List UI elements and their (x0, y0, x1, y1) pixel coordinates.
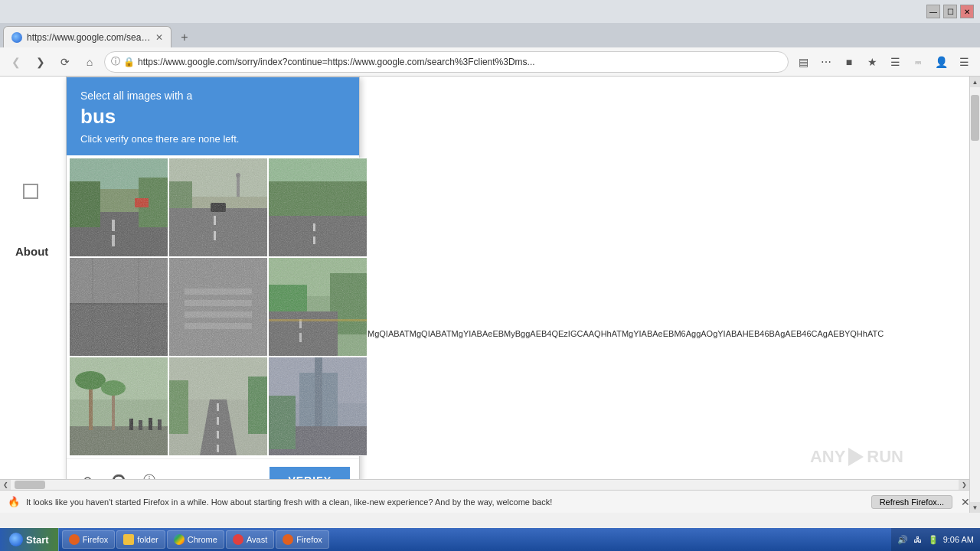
tray-speaker-icon[interactable]: 🔊 (897, 534, 908, 545)
lock-icon: 🔒 (123, 57, 135, 67)
svg-rect-76 (269, 357, 367, 455)
captcha-cell-6[interactable] (269, 258, 367, 356)
h-scroll-right-arrow[interactable]: ❯ (959, 480, 969, 491)
taskbar-item-3[interactable]: Chrome (167, 530, 224, 549)
taskbar-item-2[interactable]: folder (116, 530, 165, 549)
taskbar-item-1-icon (69, 534, 80, 545)
captcha-row-2 (69, 257, 357, 357)
status-bar-message: It looks like you haven't started Firefo… (26, 497, 865, 507)
pocket-icon[interactable]: ■ (839, 52, 859, 72)
close-button[interactable]: ✕ (960, 5, 974, 18)
h-scroll-thumb[interactable] (15, 481, 45, 489)
maximize-button[interactable]: ☐ (943, 5, 957, 18)
taskbar-item-2-icon (123, 534, 134, 545)
h-scroll-track[interactable] (11, 480, 959, 490)
v-scroll-track[interactable] (970, 87, 980, 502)
reader-view-icon[interactable]: ▤ (793, 52, 813, 72)
svg-rect-18 (169, 158, 267, 256)
captcha-modal: Select all images with a bus Click verif… (66, 77, 360, 503)
bookmark-icon[interactable]: ★ (862, 52, 882, 72)
captcha-cell-6-wrapper (268, 257, 368, 357)
home-button[interactable]: ⌂ (80, 52, 100, 72)
account-icon[interactable]: 👤 (931, 52, 951, 72)
v-scroll-up-arrow[interactable]: ▲ (970, 77, 981, 87)
captcha-cell-9[interactable] (269, 357, 367, 455)
tab-bar: https://www.google.com/search?... ✕ + (0, 23, 980, 47)
sidebar-checkbox[interactable] (23, 184, 38, 199)
captcha-prompt: Select all images with a (80, 90, 345, 102)
taskbar-items: Firefox folder Chrome Avast Firefox (59, 530, 891, 549)
svg-rect-8 (70, 158, 168, 256)
horizontal-scrollbar[interactable]: ❮ ❯ (0, 479, 969, 490)
svg-rect-38 (169, 258, 267, 356)
library-icon[interactable]: ☰ (885, 52, 905, 72)
captcha-cell-4[interactable] (70, 258, 168, 356)
captcha-row-1 (69, 158, 357, 257)
taskbar-item-3-label: Chrome (188, 535, 217, 544)
vertical-scrollbar[interactable]: ▲ ▼ (969, 77, 980, 513)
sidebar-about-label: About (15, 245, 48, 258)
address-text: https://www.google.com/sorry/index?conti… (138, 57, 782, 67)
svg-rect-59 (70, 357, 168, 455)
minimize-button[interactable]: — (926, 5, 940, 18)
title-bar: — ☐ ✕ (0, 0, 980, 23)
captcha-cell-9-wrapper (268, 357, 368, 456)
synced-tabs-icon[interactable]: ⎓ (908, 52, 928, 72)
svg-rect-32 (70, 258, 168, 356)
h-scroll-left-arrow[interactable]: ❮ (0, 480, 11, 491)
taskbar-item-4[interactable]: Avast (226, 530, 274, 549)
v-scroll-down-arrow[interactable]: ▼ (970, 502, 981, 513)
start-button[interactable]: Start (0, 528, 59, 551)
taskbar-right: 🔊 🖧 🔋 9:06 AM (891, 528, 980, 551)
watermark-triangle-icon (848, 448, 864, 466)
status-refresh-button[interactable]: Refresh Firefox... (871, 495, 952, 509)
captcha-cell-3[interactable] (269, 158, 367, 256)
status-bar: 🔥 It looks like you haven't started Fire… (0, 490, 980, 513)
captcha-cell-7[interactable] (70, 357, 168, 455)
captcha-cell-1-wrapper (69, 158, 168, 257)
v-scroll-thumb[interactable] (971, 95, 979, 141)
tray-network-icon[interactable]: 🖧 (913, 534, 923, 545)
anyirun-watermark: ANY RUN (810, 447, 903, 467)
taskbar-item-3-icon (174, 534, 185, 545)
browser-content: About Select all images with a bus Click… (0, 77, 980, 513)
captcha-cell-8[interactable] (169, 357, 267, 455)
captcha-cell-4-wrapper (69, 257, 168, 357)
svg-rect-25 (269, 158, 367, 256)
more-options-icon[interactable]: ⋯ (816, 52, 836, 72)
captcha-cell-1[interactable] (70, 158, 168, 256)
browser-tab[interactable]: https://www.google.com/search?... ✕ (3, 26, 172, 47)
taskbar-item-4-label: Avast (247, 535, 267, 544)
captcha-subject: bus (80, 105, 345, 129)
taskbar: Start Firefox folder Chrome Avast Firefo… (0, 528, 980, 551)
reload-button[interactable]: ⟳ (55, 52, 75, 72)
svg-rect-47 (269, 258, 367, 356)
window-controls: — ☐ ✕ (926, 5, 974, 18)
captcha-header: Select all images with a bus Click verif… (67, 77, 359, 155)
start-orb-icon (9, 533, 23, 546)
background-url-text: MgQIABATMgQIABATMgYIABAeEBMyBggAEB4QEzIG… (368, 329, 884, 338)
captcha-cell-2[interactable] (169, 158, 267, 256)
page-background: About Select all images with a bus Click… (0, 77, 980, 513)
new-tab-button[interactable]: + (175, 28, 194, 47)
captcha-cell-8-wrapper (168, 357, 268, 456)
address-bar[interactable]: ⓘ 🔒 https://www.google.com/sorry/index?c… (104, 51, 789, 73)
back-button[interactable]: ❮ (6, 52, 26, 72)
captcha-image-grid (67, 155, 359, 458)
taskbar-item-5[interactable]: Firefox (276, 530, 329, 549)
forward-button[interactable]: ❯ (31, 52, 51, 72)
watermark-text-run: RUN (867, 447, 903, 467)
taskbar-item-5-icon (283, 534, 293, 545)
watermark-text-any: ANY (810, 447, 845, 467)
taskbar-item-1[interactable]: Firefox (62, 530, 116, 549)
menu-icon[interactable]: ☰ (954, 52, 974, 72)
captcha-cell-5[interactable] (169, 258, 267, 356)
tab-favicon (11, 32, 22, 43)
tab-close-icon[interactable]: ✕ (155, 32, 163, 43)
taskbar-item-5-label: Firefox (296, 535, 322, 544)
captcha-row-3 (69, 357, 357, 456)
tab-label: https://www.google.com/search?... (27, 32, 151, 43)
captcha-cell-2-wrapper (168, 158, 268, 257)
tray-battery-icon[interactable]: 🔋 (928, 534, 939, 545)
taskbar-item-1-label: Firefox (83, 535, 109, 544)
